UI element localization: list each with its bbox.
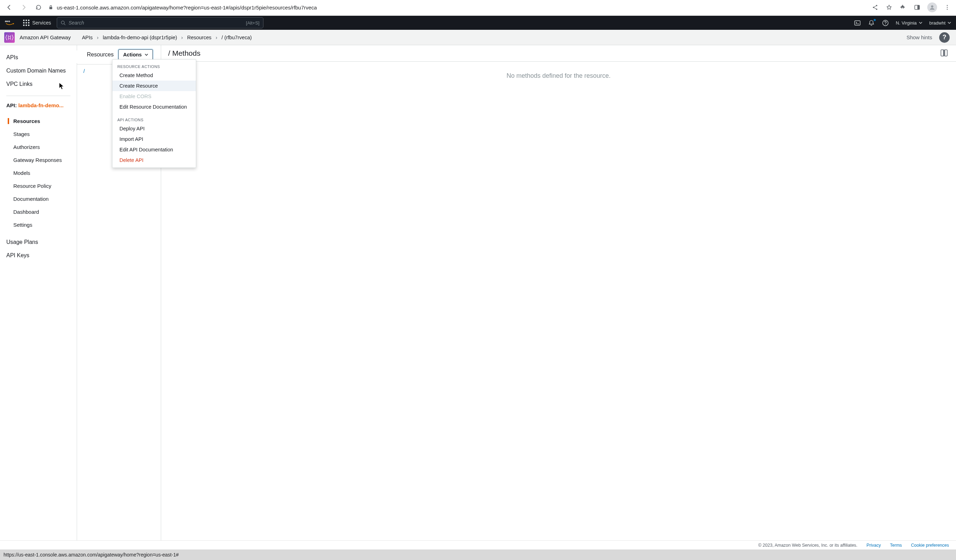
sidebar-item-apis[interactable]: APIs <box>0 51 77 64</box>
browser-back-button[interactable] <box>4 2 14 12</box>
svg-point-6 <box>931 5 934 8</box>
sidebar-subitem-models[interactable]: Models <box>0 167 77 179</box>
footer-privacy-link[interactable]: Privacy <box>867 543 881 548</box>
footer-terms-link[interactable]: Terms <box>890 543 902 548</box>
service-breadcrumb-bar: Amazon API Gateway APIs › lambda-fn-demo… <box>0 30 956 45</box>
browser-status-bar: https://us-east-1.console.aws.amazon.com… <box>0 549 956 560</box>
lock-icon <box>48 5 53 10</box>
sidebar-subitem-settings[interactable]: Settings <box>0 218 77 231</box>
service-name[interactable]: Amazon API Gateway <box>20 35 71 40</box>
aws-logo[interactable]: aws <box>5 19 17 27</box>
breadcrumb: APIs › lambda-fn-demo-api (dspr1r5pie) ›… <box>82 35 252 40</box>
username-label: bradwht <box>929 20 945 25</box>
breadcrumb-item: / (rfbu7rveca) <box>222 35 252 40</box>
sidebar-subitem-gateway-responses[interactable]: Gateway Responses <box>0 154 77 167</box>
status-bar-url: https://us-east-1.console.aws.amazon.com… <box>3 552 179 558</box>
svg-point-14 <box>885 24 885 25</box>
sidebar-item-api-keys[interactable]: API Keys <box>0 249 77 262</box>
apigateway-service-icon <box>4 32 15 43</box>
dropdown-item-enable-cors: Enable CORS <box>112 91 196 102</box>
sidebar-subitem-documentation[interactable]: Documentation <box>0 192 77 205</box>
method-details-panel: / Methods No methods defined for the res… <box>161 45 956 549</box>
sidebar-subitem-resources[interactable]: Resources <box>0 115 77 127</box>
svg-rect-12 <box>854 20 860 25</box>
method-panel-title: / Methods <box>168 49 200 57</box>
chevron-down-icon <box>948 22 951 24</box>
search-shortcut-hint: [Alt+S] <box>246 20 259 25</box>
resource-tree-panel: Resources Actions RESOURCE ACTIONS Creat… <box>77 45 161 549</box>
browser-toolbar: us-east-1.console.aws.amazon.com/apigate… <box>0 0 956 16</box>
account-menu[interactable]: bradwht <box>929 20 951 25</box>
region-label: N. Virginia <box>896 20 917 25</box>
share-icon[interactable] <box>871 3 879 11</box>
api-label-prefix: API: <box>6 102 18 108</box>
breadcrumb-item[interactable]: lambda-fn-demo-api (dspr1r5pie) <box>103 35 177 40</box>
breadcrumb-item[interactable]: Resources <box>187 35 211 40</box>
sidebar-item-usage-plans[interactable]: Usage Plans <box>0 236 77 249</box>
svg-point-8 <box>947 7 948 8</box>
documentation-icon[interactable] <box>940 49 949 58</box>
region-selector[interactable]: N. Virginia <box>896 20 922 25</box>
main-content: APIs Custom Domain Names VPC Links API: … <box>0 45 956 549</box>
global-search[interactable]: [Alt+S] <box>57 17 263 28</box>
dropdown-item-edit-api-doc[interactable]: Edit API Documentation <box>112 145 196 155</box>
actions-button-label: Actions <box>123 52 142 57</box>
services-label: Services <box>32 20 51 25</box>
browser-reload-button[interactable] <box>34 2 44 12</box>
address-bar[interactable]: us-east-1.console.aws.amazon.com/apigate… <box>48 2 866 13</box>
browser-forward-button[interactable] <box>19 2 29 12</box>
services-menu-button[interactable]: Services <box>23 20 51 26</box>
chevron-right-icon: › <box>216 35 217 40</box>
chevron-right-icon: › <box>181 35 183 40</box>
dropdown-heading-resource: RESOURCE ACTIONS <box>112 62 196 70</box>
dropdown-item-import-api[interactable]: Import API <box>112 134 196 145</box>
sidebar-subitem-authorizers[interactable]: Authorizers <box>0 140 77 154</box>
svg-point-9 <box>947 9 948 10</box>
sidebar-subitem-resource-policy[interactable]: Resource Policy <box>0 179 77 192</box>
resource-panel-header: Resources Actions RESOURCE ACTIONS Creat… <box>77 45 161 64</box>
chevron-down-icon <box>145 53 148 56</box>
actions-dropdown-menu: RESOURCE ACTIONS Create Method Create Re… <box>112 59 196 168</box>
dropdown-heading-api: API ACTIONS <box>112 116 196 123</box>
svg-point-7 <box>947 5 948 6</box>
notifications-icon[interactable] <box>868 19 875 26</box>
global-search-input[interactable] <box>69 20 259 25</box>
sidebar-item-custom-domain-names[interactable]: Custom Domain Names <box>0 64 77 77</box>
extensions-icon[interactable] <box>899 3 907 11</box>
svg-rect-0 <box>49 7 52 9</box>
dropdown-item-edit-resource-doc[interactable]: Edit Resource Documentation <box>112 102 196 112</box>
dropdown-item-deploy-api[interactable]: Deploy API <box>112 123 196 134</box>
sidebar-api-label: API: lambda-fn-demo... <box>0 101 77 110</box>
svg-rect-5 <box>917 5 920 9</box>
resource-panel-title: Resources <box>87 52 113 58</box>
aws-top-nav: aws Services [Alt+S] N. Virginia bradwht <box>0 16 956 30</box>
sidebar-subitem-dashboard[interactable]: Dashboard <box>0 205 77 218</box>
breadcrumb-item[interactable]: APIs <box>82 35 93 40</box>
bookmark-star-icon[interactable] <box>885 3 893 11</box>
chevron-right-icon: › <box>97 35 99 40</box>
sidepanel-icon[interactable] <box>913 3 921 11</box>
footer-copyright: © 2023, Amazon Web Services, Inc. or its… <box>758 543 857 548</box>
show-hints-link[interactable]: Show hints <box>907 35 932 40</box>
page-help-button[interactable]: ? <box>939 32 950 43</box>
svg-text:aws: aws <box>5 20 10 23</box>
search-icon <box>61 20 66 25</box>
dropdown-item-create-resource[interactable]: Create Resource <box>112 80 196 91</box>
dropdown-item-create-method[interactable]: Create Method <box>112 70 196 80</box>
notification-badge <box>873 19 876 21</box>
sidebar-subitem-stages[interactable]: Stages <box>0 127 77 140</box>
help-icon[interactable] <box>882 19 889 26</box>
footer-cookie-link[interactable]: Cookie preferences <box>911 543 949 548</box>
method-panel-header: / Methods <box>161 45 956 62</box>
api-name-text[interactable]: lambda-fn-demo... <box>18 102 63 108</box>
browser-menu-icon[interactable] <box>943 3 951 11</box>
sidebar-divider <box>6 96 71 96</box>
sidebar-item-vpc-links[interactable]: VPC Links <box>0 77 77 91</box>
chevron-down-icon <box>919 22 922 24</box>
actions-dropdown-button[interactable]: Actions <box>118 49 153 60</box>
profile-avatar[interactable] <box>927 2 937 12</box>
cloudshell-icon[interactable] <box>854 19 861 26</box>
grid-icon <box>23 20 30 26</box>
empty-state-message: No methods defined for the resource. <box>506 72 611 80</box>
dropdown-item-delete-api[interactable]: Delete API <box>112 155 196 165</box>
